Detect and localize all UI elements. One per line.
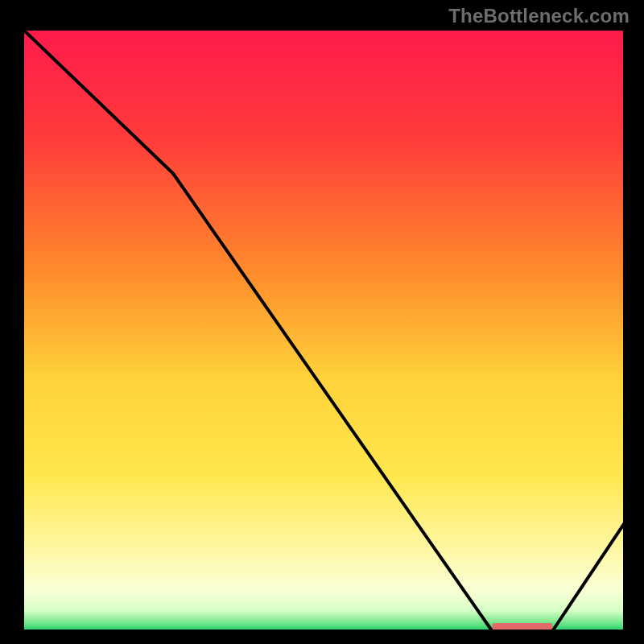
plot-area bbox=[23, 29, 625, 631]
background-gradient bbox=[23, 29, 625, 631]
chart-frame: TheBottleneck.com bbox=[0, 0, 644, 644]
chart-svg bbox=[23, 29, 625, 631]
watermark-label: TheBottleneck.com bbox=[448, 5, 630, 27]
